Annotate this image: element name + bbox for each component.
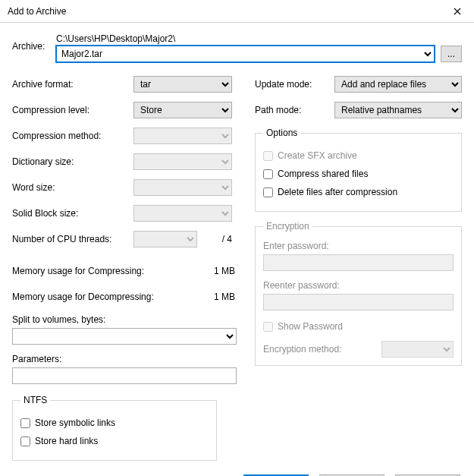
store-hard-checkbox[interactable] [20, 437, 30, 446]
reenter-password-label: Reenter password: [263, 280, 454, 291]
enter-password-input [263, 254, 454, 271]
compress-shared-row[interactable]: Compress shared files [263, 167, 454, 181]
update-mode-combo[interactable]: Add and replace files [334, 76, 462, 93]
cpu-label: Number of CPU threads: [12, 234, 133, 244]
sfx-checkbox [263, 151, 273, 161]
options-legend: Options [263, 128, 300, 138]
show-password-row: Show Password [263, 320, 454, 333]
mem-comp-label: Memory usage for Compressing: [12, 266, 209, 276]
level-label: Compression level: [12, 105, 133, 115]
store-symbolic-checkbox[interactable] [20, 418, 30, 428]
path-mode-combo[interactable]: Relative pathnames [334, 102, 462, 118]
params-label: Parameters: [12, 354, 240, 364]
dictionary-size-combo [133, 153, 232, 170]
archive-row: Archive: C:\Users\HP\Desktop\Major2\ Maj… [12, 33, 462, 62]
reenter-password-input [263, 294, 454, 311]
encryption-group: Encryption Enter password: Reenter passw… [255, 221, 462, 366]
format-label: Archive format: [12, 79, 133, 90]
left-column: Archive format: tar Compression level: S… [12, 76, 240, 470]
method-label: Compression method: [12, 131, 133, 141]
mem-decomp-value: 1 MB [209, 292, 240, 302]
delete-after-row[interactable]: Delete files after compression [263, 185, 454, 199]
window-title: Add to Archive [8, 6, 66, 17]
archive-filename-combo[interactable]: Major2.tar [56, 46, 435, 62]
enter-password-label: Enter password: [263, 241, 454, 251]
word-size-combo [133, 179, 232, 196]
compression-method-combo [133, 128, 232, 144]
titlebar: Add to Archive [0, 0, 474, 23]
delete-after-checkbox[interactable] [263, 188, 273, 197]
block-label: Solid Block size: [12, 208, 133, 219]
close-icon [454, 8, 461, 15]
archive-label: Archive: [12, 33, 50, 52]
word-label: Word size: [12, 182, 133, 193]
close-button[interactable] [440, 0, 474, 23]
cpu-total: / 4 [202, 234, 232, 244]
dict-label: Dictionary size: [12, 156, 133, 167]
split-volumes-combo[interactable] [12, 328, 237, 345]
right-column: Update mode: Add and replace files Path … [255, 76, 462, 470]
mem-comp-value: 1 MB [209, 266, 240, 276]
ntfs-group: NTFS Store symbolic links Store hard lin… [12, 395, 217, 461]
archive-path: C:\Users\HP\Desktop\Major2\ [56, 33, 435, 44]
split-label: Split to volumes, bytes: [12, 314, 240, 325]
update-mode-label: Update mode: [255, 79, 334, 90]
ntfs-legend: NTFS [20, 395, 50, 405]
parameters-input[interactable] [12, 367, 237, 384]
browse-button[interactable]: ... [441, 46, 462, 62]
cpu-threads-combo [133, 231, 197, 247]
dialog-content: Archive: C:\Users\HP\Desktop\Major2\ Maj… [0, 23, 474, 476]
options-group: Options Create SFX archive Compress shar… [255, 128, 462, 212]
show-password-checkbox [263, 322, 273, 332]
store-symbolic-row[interactable]: Store symbolic links [20, 416, 209, 430]
archive-format-combo[interactable]: tar [133, 76, 232, 93]
compress-shared-checkbox[interactable] [263, 169, 273, 179]
store-hard-row[interactable]: Store hard links [20, 434, 209, 448]
path-mode-label: Path mode: [255, 105, 334, 115]
sfx-row: Create SFX archive [263, 149, 454, 162]
encryption-method-combo [381, 341, 454, 358]
solid-block-combo [133, 205, 232, 222]
compression-level-combo[interactable]: Store [133, 102, 232, 118]
encryption-method-label: Encryption method: [263, 344, 341, 355]
mem-decomp-label: Memory usage for Decompressing: [12, 292, 209, 302]
encryption-legend: Encryption [263, 221, 312, 232]
